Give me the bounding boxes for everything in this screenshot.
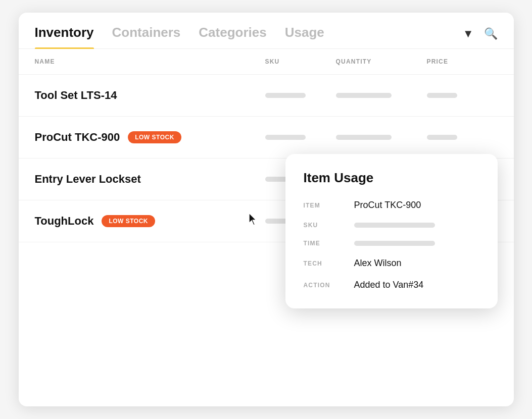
col-name: NAME <box>35 58 265 65</box>
quantity-placeholder <box>336 135 392 140</box>
column-headers: NAME SKU QUANTITY PRICE <box>19 49 514 75</box>
col-price: PRICE <box>427 58 498 65</box>
filter-icon[interactable]: ▼ <box>463 27 474 40</box>
item-name: ToughLock LOW STOCK <box>35 215 265 228</box>
popup-value-action: Added to Van#34 <box>354 280 479 290</box>
quantity-placeholder <box>336 93 392 98</box>
table-row[interactable]: Tool Set LTS-14 <box>19 75 514 117</box>
header-actions: ▼ 🔍 <box>463 27 498 48</box>
tab-containers[interactable]: Containers <box>112 25 181 48</box>
table-row[interactable]: ProCut TKC-900 LOW STOCK <box>19 117 514 159</box>
low-stock-badge: LOW STOCK <box>128 131 181 143</box>
popup-label-action: ACTION <box>304 282 354 289</box>
popup-label-sku: SKU <box>304 222 354 229</box>
popup-label-tech: TECH <box>304 260 354 267</box>
popup-label-time: TIME <box>304 240 354 247</box>
popup-value-item: ProCut TKC-900 <box>354 200 479 211</box>
price-placeholder <box>427 93 457 98</box>
col-sku: SKU <box>265 58 336 65</box>
tab-inventory[interactable]: Inventory <box>35 25 94 48</box>
item-usage-popup: Item Usage ITEM ProCut TKC-900 SKU TIME … <box>285 154 498 308</box>
popup-field-item: ITEM ProCut TKC-900 <box>304 200 479 211</box>
tab-usage[interactable]: Usage <box>285 25 324 48</box>
search-icon[interactable]: 🔍 <box>484 27 498 40</box>
popup-title: Item Usage <box>304 170 479 186</box>
popup-field-time: TIME <box>304 240 479 247</box>
popup-field-sku: SKU <box>304 222 479 229</box>
sku-placeholder <box>265 93 306 98</box>
item-name: Tool Set LTS-14 <box>35 89 265 102</box>
popup-value-tech: Alex Wilson <box>354 258 479 269</box>
popup-field-tech: TECH Alex Wilson <box>304 258 479 269</box>
sku-placeholder <box>265 135 306 140</box>
price-placeholder <box>427 135 457 140</box>
popup-label-item: ITEM <box>304 202 354 209</box>
col-quantity: QUANTITY <box>336 58 427 65</box>
popup-time-placeholder <box>354 241 435 246</box>
header: Inventory Containers Categories Usage ▼ … <box>19 13 514 49</box>
tab-categories[interactable]: Categories <box>199 25 266 48</box>
item-name: ProCut TKC-900 LOW STOCK <box>35 131 265 144</box>
low-stock-badge: LOW STOCK <box>102 215 155 227</box>
popup-sku-placeholder <box>354 223 435 228</box>
item-name: Entry Lever Lockset <box>35 173 265 186</box>
popup-field-action: ACTION Added to Van#34 <box>304 280 479 290</box>
